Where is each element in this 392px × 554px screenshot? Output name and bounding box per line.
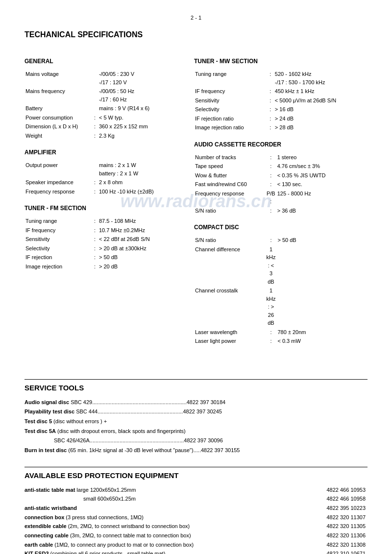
table-row: earth cable (1MΩ, to connect any product… [24,540,368,550]
table-row: Channel crosstalk 1 kHz : > 26 dB [194,286,368,328]
table-row: Mains frequency -/00/05 : 50 Hz -/17 : 6… [24,87,184,104]
table-row: Tuning range : 520 - 1602 kHz -/17 : 530… [194,70,368,87]
tuner-mw-specs-table: Tuning range : 520 - 1602 kHz -/17 : 530… [194,70,368,132]
table-row: Tape speed : 4.76 cm/sec ± 3% [194,162,368,171]
table-row: Laser light power : < 0.3 mW [194,337,368,346]
list-item: Test disc 5A (disc with dropout errors, … [24,427,368,436]
table-row: Battery mains : 9 V (R14 x 6) [24,104,184,113]
esd-divider [24,467,368,467]
table-row: IF frequency : 450 kHz ± 1 kHz [194,87,368,96]
table-row: S/N ratio : > 36 dB [194,206,368,216]
tuner-fm-specs-table: Tuning range : 87.5 - 108 MHz IF frequen… [24,217,184,271]
table-row: Image rejection : > 20 dB [24,262,184,271]
list-item: Audio signal disc SBC 429...............… [24,398,368,407]
service-tools-content: Audio signal disc SBC 429...............… [24,398,368,455]
general-title: GENERAL [24,58,184,65]
amplifier-specs-table: Output power mains : 2 x 1 W battery : 2… [24,161,184,196]
table-row: Power consumption : < 5 W typ. [24,113,184,122]
table-row: Channel difference 1 kHz : < 3 dB [194,245,368,287]
table-row: Sensitivity : < 5000 μV/m at 26dB S/N [194,96,368,105]
general-specs-table: Mains voltage -/00/05 : 230 V -/17 : 120… [24,70,184,140]
table-row: Sensitivity : < 22 dBf at 26dB S/N [24,235,184,244]
table-row: Mains voltage -/00/05 : 230 V -/17 : 120… [24,70,184,87]
table-row: Selectivity : > 16 dB [194,105,368,114]
table-row: anti-static table mat large 1200x650x1.2… [24,485,368,495]
table-row: Laser wavelength : 780 ± 20nm [194,328,368,337]
tuner-fm-title: TUNER - FM SECTION [24,205,184,212]
table-row: connecting cable (3m, 2MΩ, to connect ta… [24,531,368,540]
table-row: Dimension (L x D x H) : 360 x 225 x 152 … [24,122,184,131]
main-title: TECHANICAL SPECIFICATIONS [24,30,368,39]
table-row: extendible cable (2m, 2MΩ, to connect wr… [24,522,368,531]
service-tools-title: SERVICE TOOLS [24,384,368,392]
table-row: IF rejection : > 50 dB [24,253,184,262]
esd-table: anti-static table mat large 1200x650x1.2… [24,485,368,554]
table-row: IF rejection ratio : > 24 dB [194,114,368,123]
table-row: Fast wind/rewind C60 : < 130 sec. [194,180,368,189]
list-item: Burn in test disc (65 min. 1kHz signal a… [24,446,368,455]
list-item: SBC 426/426A............................… [24,436,368,445]
list-item: Test disc 5 (disc without errors ) + [24,417,368,426]
amplifier-title: AMPLIFIER [24,149,184,156]
compact-disc-specs-table: S/N ratio : > 50 dB Channel difference 1… [194,236,368,346]
table-row: Speaker impedance : 2 x 8 ohm [24,178,184,187]
table-row: Image rejection ratio : > 28 dB [194,123,368,132]
table-row: Frequency response P/B : 125 - 8000 Hz [194,189,368,206]
table-row: connection box (3 press stud connections… [24,513,368,522]
page-number: 2 - 1 [24,15,368,21]
audio-cassette-title: AUDIO CASSETTE RECORDER [194,141,368,148]
table-row: IF frequency : 10.7 MHz ±0.2MHz [24,226,184,235]
table-row: Number of tracks : 1 stereo [194,153,368,162]
table-row: KIT ESD3 (combining all 6 prior products… [24,549,368,554]
table-row: Wow & flutter : < 0.35 % JIS UWTD [194,171,368,180]
list-item: Playability test disc SBC 444...........… [24,407,368,416]
table-row: Tuning range : 87.5 - 108 MHz [24,217,184,226]
table-row: Selectivity : > 20 dB at ±300kHz [24,244,184,253]
tuner-mw-title: TUNER - MW SECTION [194,58,368,65]
table-row: Weight : 2.3 Kg [24,131,184,141]
table-row: S/N ratio : > 50 dB [194,236,368,245]
table-row: Frequency response : 100 Hz -10 kHz (±2d… [24,187,184,196]
table-row: small 600x650x1.25m 4822 466 10958 [24,494,368,504]
table-row: Output power mains : 2 x 1 W battery : 2… [24,161,184,178]
audio-cassette-specs-table: Number of tracks : 1 stereo Tape speed :… [194,153,368,216]
esd-title: AVAILABLE ESD PROTECTION EQUIPMENT [24,471,368,480]
compact-disc-title: COMPACT DISC [194,224,368,231]
table-row: anti-static wristband 4822 395 10223 [24,504,368,513]
service-divider [24,379,368,380]
